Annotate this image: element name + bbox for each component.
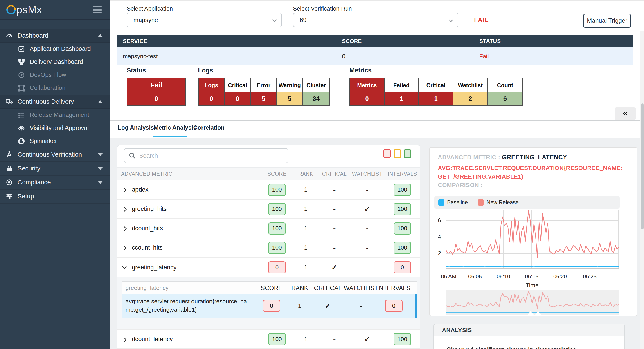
sidebar-item-setup[interactable]: Setup (0, 190, 110, 204)
chevron-right-icon[interactable] (122, 188, 127, 192)
service-col-header: SERVICE (117, 38, 342, 44)
score-pill: 100 (268, 203, 286, 215)
metric-detail-card: ADVANCED METRIC : GREETING_LATENCY AVG:T… (429, 147, 637, 316)
filter-green-square[interactable] (404, 149, 411, 158)
sidebar-item-label: Delivery Dashboard (30, 58, 83, 65)
vertical-scrollbar[interactable] (640, 31, 644, 349)
subtable-scrollbar[interactable] (415, 294, 417, 318)
logo-row: psMx (0, 0, 110, 20)
intervals-pill: 0 (385, 300, 402, 312)
sidebar-nav: Dashboard Application Dashboard Delivery… (0, 28, 110, 204)
service-status: Fail (479, 53, 614, 60)
metric-row-greeting-latency[interactable]: greeting_latency 0 1 ✓ - 0 (118, 258, 420, 277)
sidebar-item-application-dashboard[interactable]: Application Dashboard (0, 42, 110, 55)
filter-red-square[interactable] (384, 149, 391, 158)
metric-subtable: greeting_latency SCORE RANK CRITICAL WAT… (122, 281, 417, 318)
chevron-down-icon[interactable] (122, 265, 127, 269)
sidebar-item-visibility-and-approval[interactable]: Visibility and Approval (0, 122, 110, 135)
critical-mark: ✓ (332, 258, 338, 277)
advanced-metric-value: GREETING_LATENCY (502, 154, 567, 161)
disc-icon (6, 179, 13, 186)
col-critical: CRITICAL (322, 168, 347, 180)
application-select-value: mapsync (134, 17, 158, 24)
metric-row-apdex[interactable]: apdex 100 1 - - 100 (118, 180, 420, 200)
chevron-right-icon[interactable] (122, 246, 127, 250)
metric-table-header: ADVANCED METRIC SCORE RANK CRITICAL WATC… (118, 167, 420, 180)
caret-up-icon (98, 34, 103, 37)
sidebar-item-security[interactable]: Security (0, 162, 110, 176)
logs-summary-table: Logs0 Critical0 Error5 Warning5 Cluster3… (198, 78, 330, 106)
navigator-handle-icon[interactable] (528, 311, 542, 315)
verification-run-select[interactable]: 69 (293, 13, 458, 27)
y-tick-6: 6 (432, 217, 441, 224)
logs-cell-header: Error (251, 78, 276, 92)
metric-name: greeting_hits (132, 200, 167, 218)
lock-icon (6, 165, 13, 172)
logs-cell-header: Warning (277, 78, 302, 92)
watchlist-mark: - (366, 219, 368, 238)
caret-down-icon (98, 181, 103, 184)
chevron-right-icon[interactable] (122, 226, 127, 231)
critical-mark: - (333, 330, 336, 348)
overall-status-badge: FAIL (474, 16, 489, 24)
metric-name: dcount_hits (132, 219, 163, 238)
service-table: SERVICE SCORE STATUS mapsync-test 0 Fail (117, 35, 633, 65)
metric-row-ccount-hits[interactable]: ccount_hits 100 1 - - 100 (118, 238, 420, 258)
rank-value: 1 (304, 238, 307, 257)
application-select[interactable]: mapsync (127, 13, 282, 27)
metrics-cell-header: Failed (384, 78, 418, 92)
chevron-down-icon (449, 17, 453, 22)
collapse-panel-button[interactable]: « (614, 107, 636, 120)
sidebar-item-collaboration[interactable]: Collaboration (0, 82, 110, 95)
subtable-title: greeting_latency (126, 282, 168, 294)
sidebar-item-delivery-dashboard[interactable]: Delivery Dashboard (0, 55, 110, 69)
y-tick-4: 4 (432, 234, 441, 240)
sidebar-item-compliance[interactable]: Compliance (0, 176, 110, 190)
sidebar-item-release-management[interactable]: Release Management (0, 109, 110, 122)
sidebar-item-continuous-verification[interactable]: Continuous Verification (0, 148, 110, 162)
sidebar-item-dashboard[interactable]: Dashboard (0, 28, 110, 42)
status-box: Fail 0 (127, 78, 186, 106)
critical-mark: ✓ (325, 294, 331, 318)
sidebar-item-label: Spinnaker (30, 138, 57, 145)
metric-row-dcount-hits[interactable]: dcount_hits 100 1 - - 100 (118, 219, 420, 238)
filter-yellow-square[interactable] (394, 149, 401, 158)
sub-col-rank: RANK (291, 282, 308, 295)
search-box (124, 148, 288, 163)
manual-trigger-button[interactable]: Manual Trigger (583, 14, 631, 28)
tab-metric-analysis[interactable]: Metric Analysis (154, 124, 196, 131)
hamburger-menu-icon[interactable] (93, 6, 102, 13)
logs-cell-value: 5 (277, 92, 302, 105)
x-tick: 06:20 (553, 274, 567, 280)
intervals-pill: 100 (394, 222, 411, 235)
meter-icon (18, 72, 25, 78)
sidebar-item-label: Collaboration (30, 84, 66, 91)
tab-correlation[interactable]: Correlation (193, 124, 224, 131)
baseline-legend-label: Baseline (447, 199, 468, 206)
comparison-line-chart[interactable] (446, 210, 619, 270)
sidebar-item-spinnaker[interactable]: Spinnaker (0, 135, 110, 148)
chevron-right-icon[interactable] (122, 207, 127, 212)
service-table-header: SERVICE SCORE STATUS (117, 35, 633, 47)
logo-text: psMx (16, 3, 42, 16)
score-pill: 0 (263, 300, 280, 312)
col-rank: RANK (298, 168, 313, 180)
sidebar-item-devops-flow[interactable]: DevOps Flow (0, 69, 110, 82)
tab-log-analysis[interactable]: Log Analysis (118, 124, 154, 131)
opsmx-logo[interactable]: psMx (6, 3, 42, 16)
scrollbar-thumb[interactable] (641, 103, 644, 229)
eye-icon (18, 125, 25, 132)
sidebar-item-label: Dashboard (18, 32, 48, 39)
sidebar-item-continuous-delivery[interactable]: Continuous Delivery (0, 95, 110, 109)
service-table-row[interactable]: mapsync-test 0 Fail (117, 47, 633, 65)
divider (438, 192, 630, 192)
chevron-right-icon[interactable] (122, 338, 127, 342)
chart-navigator[interactable] (446, 290, 619, 315)
col-score: SCORE (268, 168, 286, 180)
search-input[interactable] (139, 152, 274, 159)
watchlist-mark: ✓ (364, 330, 370, 348)
subtable-row[interactable]: avg:trace.servlet.request.duration{resou… (122, 294, 417, 318)
metric-row-dcount-latency[interactable]: dcount_latency 100 1 - ✓ 100 (118, 330, 420, 349)
metrics-cell-header: Count (488, 78, 522, 92)
metric-row-greeting-hits[interactable]: greeting_hits 100 1 - ✓ 100 (118, 200, 420, 219)
